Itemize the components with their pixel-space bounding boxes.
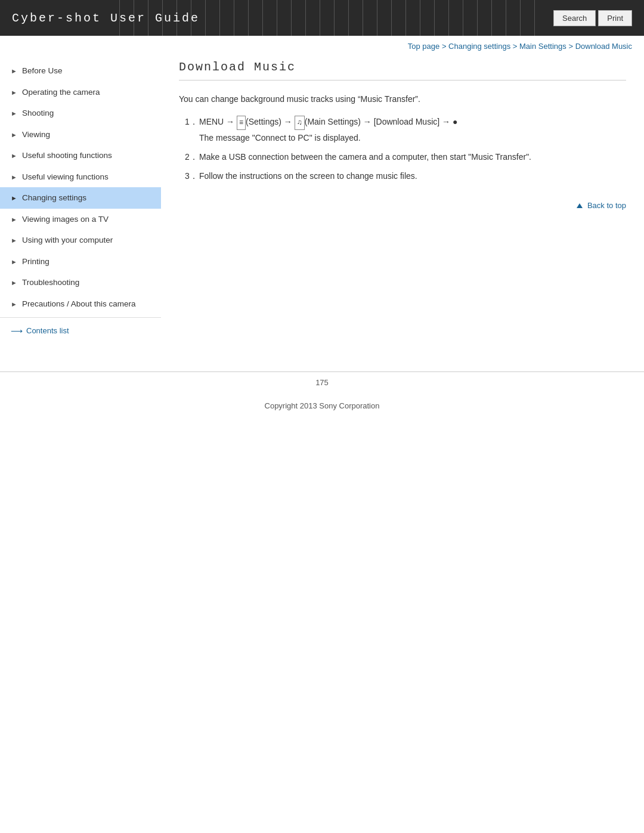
step-2: 2． Make a USB connection between the cam… <box>185 150 626 163</box>
sidebar-item-label: Precautions / About this camera <box>22 299 136 309</box>
back-to-top-link-container: Back to top <box>179 201 626 210</box>
step-3-number: 3． <box>185 169 199 182</box>
footer: Copyright 2013 Sony Corporation <box>0 393 644 419</box>
chevron-right-icon: ► <box>11 173 17 181</box>
page-number: 175 <box>0 372 644 393</box>
chevron-right-icon: ► <box>11 67 17 75</box>
sidebar-item-viewing[interactable]: ► Viewing <box>0 124 161 145</box>
intro-text: You can change background music tracks u… <box>179 92 626 106</box>
back-to-top-link[interactable]: Back to top <box>577 201 626 210</box>
sidebar-item-before-use[interactable]: ► Before Use <box>0 60 161 82</box>
chevron-right-icon: ► <box>11 300 17 308</box>
sidebar-item-viewing-tv[interactable]: ► Viewing images on a TV <box>0 209 161 230</box>
sidebar-item-operating-camera[interactable]: ► Operating the camera <box>0 82 161 103</box>
triangle-up-icon <box>577 203 583 208</box>
page-title: Download Music <box>179 60 626 80</box>
breadcrumb: Top page > Changing settings > Main Sett… <box>0 36 644 54</box>
sidebar-divider <box>0 317 161 318</box>
sidebar-item-label: Useful viewing functions <box>22 172 109 182</box>
sidebar-item-label: Operating the camera <box>22 87 100 98</box>
header-actions: Search Print <box>553 10 632 26</box>
contents-list-link-container: ⟶ Contents list <box>0 320 161 342</box>
step-2-content: Make a USB connection between the camera… <box>199 150 626 163</box>
sidebar-item-label: Troubleshooting <box>22 277 79 288</box>
chevron-right-icon: ► <box>11 88 17 97</box>
step-1-content: MENU → ≡(Settings) → ♫(Main Settings) → … <box>199 115 626 144</box>
sidebar-item-useful-viewing[interactable]: ► Useful viewing functions <box>0 166 161 188</box>
step-3-text: Follow the instructions on the screen to… <box>199 171 417 181</box>
sidebar-item-label: Shooting <box>22 108 54 119</box>
step-1: 1． MENU → ≡(Settings) → ♫(Main Settings)… <box>185 115 626 144</box>
arrow-right-icon: ⟶ <box>11 326 23 336</box>
steps-list: 1． MENU → ≡(Settings) → ♫(Main Settings)… <box>185 115 626 182</box>
chevron-right-icon: ► <box>11 131 17 139</box>
breadcrumb-main-settings[interactable]: Main Settings <box>519 42 566 51</box>
back-to-top-label: Back to top <box>587 201 626 210</box>
chevron-right-icon: ► <box>11 258 17 266</box>
breadcrumb-sep3: > <box>568 42 575 51</box>
sidebar-item-precautions[interactable]: ► Precautions / About this camera <box>0 293 161 315</box>
app-title: Cyber-shot User Guide <box>12 11 200 25</box>
sidebar-item-label: Changing settings <box>22 193 86 203</box>
sidebar-item-using-computer[interactable]: ► Using with your computer <box>0 230 161 251</box>
sidebar-item-label: Before Use <box>22 66 63 76</box>
step-3: 3． Follow the instructions on the screen… <box>185 169 626 182</box>
sidebar-item-printing[interactable]: ► Printing <box>0 251 161 272</box>
breadcrumb-download-music[interactable]: Download Music <box>575 42 632 51</box>
sidebar-item-useful-shooting[interactable]: ► Useful shooting functions <box>0 145 161 166</box>
chevron-right-icon: ► <box>11 278 17 287</box>
sidebar-item-changing-settings[interactable]: ► Changing settings <box>0 187 161 209</box>
chevron-right-icon: ► <box>11 215 17 224</box>
page-layout: ► Before Use ► Operating the camera ► Sh… <box>0 54 644 348</box>
step-1-number: 1． <box>185 115 199 144</box>
print-button[interactable]: Print <box>598 10 632 26</box>
sidebar-item-troubleshooting[interactable]: ► Troubleshooting <box>0 272 161 293</box>
copyright-text: Copyright 2013 Sony Corporation <box>265 401 380 410</box>
sidebar-item-label: Printing <box>22 256 49 267</box>
step-3-content: Follow the instructions on the screen to… <box>199 169 626 182</box>
chevron-right-icon: ► <box>11 194 17 202</box>
contents-list-link[interactable]: Contents list <box>26 326 69 335</box>
sidebar-item-shooting[interactable]: ► Shooting <box>0 103 161 124</box>
breadcrumb-sep2: > <box>513 42 519 51</box>
sidebar-item-label: Useful shooting functions <box>22 150 112 161</box>
chevron-right-icon: ► <box>11 151 17 160</box>
breadcrumb-top-page[interactable]: Top page <box>408 42 440 51</box>
step-2-text: Make a USB connection between the camera… <box>199 152 531 162</box>
sidebar-item-label: Using with your computer <box>22 235 113 246</box>
sidebar-item-label: Viewing <box>22 129 50 140</box>
page-header: Cyber-shot User Guide Search Print <box>0 0 644 36</box>
sidebar-item-label: Viewing images on a TV <box>22 214 109 225</box>
search-button[interactable]: Search <box>553 10 596 26</box>
step-1-sub: The message "Connect to PC" is displayed… <box>199 131 626 144</box>
main-content: Download Music You can change background… <box>161 54 644 348</box>
breadcrumb-sep1: > <box>442 42 448 51</box>
chevron-right-icon: ► <box>11 236 17 244</box>
breadcrumb-changing-settings[interactable]: Changing settings <box>448 42 510 51</box>
chevron-right-icon: ► <box>11 109 17 117</box>
step-2-number: 2． <box>185 150 199 163</box>
step-1-text: MENU → ≡(Settings) → ♫(Main Settings) → … <box>199 117 457 126</box>
sidebar: ► Before Use ► Operating the camera ► Sh… <box>0 54 161 348</box>
